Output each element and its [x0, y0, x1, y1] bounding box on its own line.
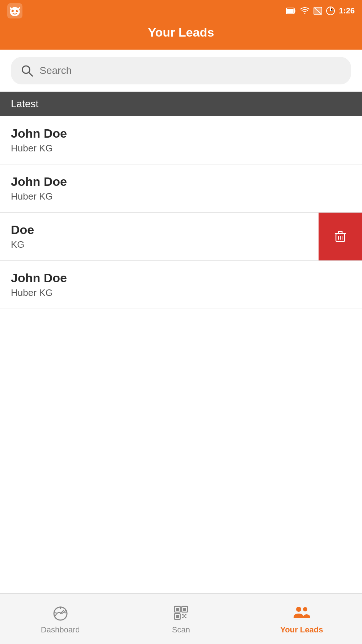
svg-rect-5: [294, 10, 295, 12]
nav-item-dashboard[interactable]: Dashboard: [0, 598, 121, 640]
svg-point-36: [296, 607, 301, 612]
no-signal-icon: [313, 7, 322, 15]
nav-label-your-leads: Your Leads: [280, 625, 323, 635]
svg-rect-28: [176, 608, 179, 611]
list-item[interactable]: John Doe Huber KG: [0, 164, 362, 213]
lead-content[interactable]: John Doe Huber KG: [0, 164, 362, 212]
sync-icon: [326, 6, 335, 16]
dashboard-icon: [51, 603, 70, 622]
svg-point-37: [303, 607, 307, 611]
lead-company: Huber KG: [11, 143, 351, 154]
svg-point-1: [10, 7, 20, 16]
list-item[interactable]: John Doe Huber KG: [0, 261, 362, 309]
nav-label-scan: Scan: [172, 625, 190, 635]
svg-rect-32: [185, 614, 186, 615]
lead-company: Huber KG: [11, 287, 351, 298]
svg-rect-31: [182, 614, 184, 615]
svg-rect-30: [176, 615, 179, 618]
lead-list: John Doe Huber KG John Doe Huber KG Doe …: [0, 116, 362, 309]
nav-item-your-leads[interactable]: Your Leads: [241, 598, 362, 640]
svg-rect-33: [182, 617, 184, 618]
svg-rect-29: [183, 608, 186, 611]
nav-item-scan[interactable]: Scan: [121, 598, 241, 640]
search-container: [0, 50, 362, 92]
battery-icon: [286, 7, 296, 15]
app-mascot-icon: [7, 3, 22, 18]
lead-content[interactable]: John Doe Huber KG: [0, 261, 362, 309]
delete-button[interactable]: [319, 213, 362, 260]
list-item[interactable]: Doe KG: [0, 213, 362, 261]
your-leads-icon: [292, 603, 311, 622]
status-bar: 1:26: [0, 0, 362, 22]
lead-company: Huber KG: [11, 191, 351, 202]
status-bar-left: [7, 3, 22, 18]
bottom-nav: Dashboard Scan Your: [0, 593, 362, 644]
search-icon: [20, 63, 34, 79]
lead-content[interactable]: Doe KG: [0, 213, 319, 260]
wifi-icon: [300, 7, 310, 15]
svg-rect-6: [287, 9, 294, 13]
nav-label-dashboard: Dashboard: [41, 625, 80, 635]
scan-icon: [172, 603, 190, 622]
svg-rect-34: [185, 617, 186, 618]
lead-company: KG: [11, 239, 308, 250]
lead-name: John Doe: [11, 126, 351, 141]
lead-name: John Doe: [11, 271, 351, 285]
section-header: Latest: [0, 92, 362, 116]
search-box[interactable]: [11, 57, 351, 84]
status-bar-right: 1:26: [286, 6, 355, 16]
section-title: Latest: [11, 98, 38, 109]
search-input[interactable]: [39, 65, 342, 76]
svg-line-11: [29, 72, 32, 76]
trash-icon: [332, 229, 348, 244]
page-header: Your Leads: [0, 22, 362, 50]
svg-rect-35: [184, 615, 185, 617]
page-title: Your Leads: [0, 25, 362, 39]
lead-content[interactable]: John Doe Huber KG: [0, 116, 362, 164]
list-item[interactable]: John Doe Huber KG: [0, 116, 362, 164]
status-time: 1:26: [339, 6, 355, 16]
lead-name: John Doe: [11, 175, 351, 189]
lead-name: Doe: [11, 223, 308, 237]
